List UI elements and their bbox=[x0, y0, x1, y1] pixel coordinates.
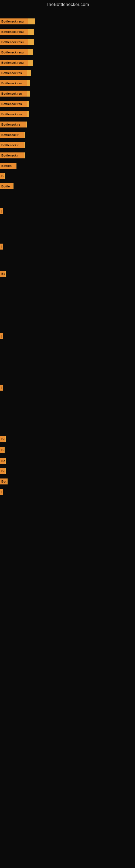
bar-label: B bbox=[0, 447, 4, 453]
bar-label: | bbox=[0, 333, 3, 339]
bar-item: | bbox=[0, 333, 3, 339]
bar-line bbox=[27, 101, 29, 107]
bar-item: Bo bbox=[0, 271, 6, 277]
bar-line bbox=[28, 50, 33, 55]
bar-item: Bottleneck resu bbox=[0, 19, 35, 24]
bar-line bbox=[5, 271, 6, 277]
bar-label: Bottlen bbox=[0, 163, 16, 169]
bar-item: B bbox=[0, 173, 5, 179]
bar-label: Bottleneck r bbox=[0, 152, 24, 158]
bar-label: Bottleneck r bbox=[0, 132, 24, 138]
bar-item: B bbox=[0, 447, 5, 453]
bar-line bbox=[28, 29, 34, 35]
bar-line bbox=[3, 489, 3, 495]
bar-item: Bottlen bbox=[0, 163, 16, 169]
bar-item: Bottleneck r bbox=[0, 132, 25, 138]
bar-label: Bottleneck re bbox=[0, 122, 26, 127]
bar-label: | bbox=[0, 208, 3, 214]
bar-item: Bottleneck res bbox=[0, 70, 31, 76]
bar-item: | bbox=[0, 208, 3, 214]
bar-label: Bottleneck res bbox=[0, 111, 27, 117]
bar-label: Bottleneck res bbox=[0, 70, 27, 76]
bar-item: Bottleneck re bbox=[0, 122, 27, 127]
bar-item: | bbox=[0, 489, 3, 495]
bar-item: Bottleneck r bbox=[0, 152, 25, 158]
site-title: TheBottlenecker.com bbox=[0, 0, 135, 9]
bar-line bbox=[4, 173, 5, 179]
bar-label: Bo bbox=[0, 468, 5, 474]
bar-item: Bottleneck res bbox=[0, 91, 30, 97]
bar-label: Bottleneck resu bbox=[0, 39, 28, 45]
bar-label: Bottleneck res bbox=[0, 80, 27, 86]
bar-item: Bottleneck r bbox=[0, 142, 25, 148]
bar-line bbox=[28, 60, 33, 66]
bar-label: Bottle bbox=[0, 183, 13, 189]
bar-item: Bottleneck res bbox=[0, 111, 29, 117]
bar-item: Bottle bbox=[0, 183, 13, 189]
bar-line bbox=[28, 19, 35, 24]
bar-item: Bottleneck res bbox=[0, 80, 30, 86]
bar-label: | bbox=[0, 244, 3, 250]
bar-line bbox=[24, 132, 25, 138]
bar-line bbox=[7, 478, 8, 485]
bar-label: Bottleneck r bbox=[0, 142, 24, 148]
bar-label: Bottleneck resu bbox=[0, 60, 28, 66]
bar-line bbox=[24, 142, 25, 148]
bar-line bbox=[28, 39, 34, 45]
bar-label: Bo bbox=[0, 436, 5, 442]
bar-label: Bottleneck resu bbox=[0, 50, 28, 55]
bar-line bbox=[3, 384, 3, 391]
bar-line bbox=[3, 244, 3, 250]
bar-line bbox=[5, 468, 6, 474]
bar-item: Bottleneck resu bbox=[0, 29, 34, 35]
bar-label: Bo bbox=[0, 458, 5, 464]
bar-line bbox=[27, 111, 29, 117]
bar-line bbox=[13, 183, 13, 189]
bar-line bbox=[16, 163, 16, 169]
bar-label: | bbox=[0, 489, 3, 495]
bar-line bbox=[26, 122, 27, 127]
bar-label: Bottleneck resu bbox=[0, 19, 28, 24]
bar-label: Bottleneck res bbox=[0, 101, 27, 107]
bar-item: Bo bbox=[0, 436, 6, 442]
bar-label: Bottleneck resu bbox=[0, 29, 28, 35]
bar-label: Bottleneck res bbox=[0, 91, 27, 97]
bar-item: | bbox=[0, 384, 3, 391]
bar-item: Bottleneck res bbox=[0, 101, 29, 107]
bar-item: Bo bbox=[0, 468, 6, 474]
bar-item: Bottleneck resu bbox=[0, 39, 34, 45]
bar-item: Bot bbox=[0, 478, 8, 485]
bar-item: Bo bbox=[0, 458, 6, 464]
bar-line bbox=[27, 70, 31, 76]
bar-item: Bottleneck resu bbox=[0, 50, 33, 55]
bar-label: B bbox=[0, 173, 4, 179]
bar-line bbox=[27, 80, 30, 86]
bar-line bbox=[3, 208, 3, 214]
bar-label: Bo bbox=[0, 271, 5, 277]
bar-item: | bbox=[0, 244, 3, 250]
bar-label: | bbox=[0, 384, 3, 391]
bar-label: Bot bbox=[0, 478, 7, 485]
bar-line bbox=[4, 447, 5, 453]
bar-line bbox=[27, 91, 30, 97]
bar-line bbox=[24, 152, 25, 158]
bar-line bbox=[5, 458, 6, 464]
bar-line bbox=[3, 333, 3, 339]
bar-item: Bottleneck resu bbox=[0, 60, 33, 66]
bar-line bbox=[5, 436, 6, 442]
